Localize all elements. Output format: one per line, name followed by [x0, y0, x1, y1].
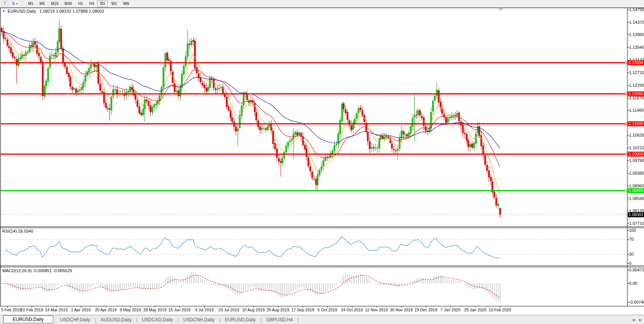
price-tick-label: 1.08540: [629, 196, 644, 201]
date-tick-label: 13 Feb 2020: [489, 307, 511, 312]
hline-price-badge: 1.11009: [628, 121, 644, 126]
price-tick-label: 1.14370: [629, 20, 644, 25]
chart-tab-1[interactable]: USDCHF,Daily: [56, 317, 95, 322]
rsi-indicator-label: RSI(14) 18.0340: [2, 229, 33, 233]
chart-tab-0[interactable]: EURUSD,Daily: [3, 316, 53, 323]
date-tick-label: 5 Feb 2019: [1, 307, 21, 312]
macd-tick-label: -0.00740: [629, 300, 644, 304]
date-tick-label: 4 Jul 2019: [195, 307, 214, 312]
timeframe-button-h1[interactable]: H1: [76, 1, 86, 7]
macd-tick-label: 0.00: [629, 281, 637, 286]
date-tick-label: 19 Dec 2019: [414, 307, 437, 312]
date-tick-label: 20 Apr 2019: [95, 307, 117, 312]
date-tick-label: 24 Oct 2019: [341, 307, 363, 312]
chart-ohlc-values: 1.08219 1.08232 1.07888 1.08003: [39, 9, 104, 13]
tab-list: EURUSD,DailyUSDCHF,Daily|AUDUSD,Daily|US…: [0, 316, 299, 324]
chart-tab-bar: EURUSD,DailyUSDCHF,Daily|AUDUSD,Daily|US…: [0, 315, 644, 324]
chevron-down-icon: ▼: [16, 3, 18, 5]
price-tick-label: 1.07710: [629, 221, 644, 226]
timeframe-button-m15[interactable]: M15: [48, 1, 61, 7]
date-tick-label: 17 Sep 2019: [291, 307, 314, 312]
chart-canvas[interactable]: [0, 0, 644, 324]
timeframe-button-h4[interactable]: H4: [87, 1, 97, 7]
timeframe-button-m1[interactable]: M1: [25, 1, 36, 7]
price-tick-label: 1.08960: [629, 183, 644, 188]
tab-scroll-left-icon[interactable]: ◀: [632, 318, 635, 322]
tab-divider: |: [297, 317, 299, 322]
price-tick-label: 1.12710: [629, 70, 644, 75]
timeframe-button-w1[interactable]: W1: [108, 1, 120, 7]
date-tick-label: 23 Jul 2019: [219, 307, 239, 312]
chart-tab-5[interactable]: EURUSD,Daily: [220, 317, 261, 322]
date-tick-label: 5 Oct 2019: [317, 307, 337, 312]
macd-indicator-label: MACD(12,26,9) -0.006851 -0.005529: [2, 268, 72, 273]
chart-tab-4[interactable]: USDCNH,Daily: [179, 317, 219, 322]
toolbar-separator: [22, 1, 23, 6]
date-tick-label: 12 Nov 2019: [365, 307, 388, 312]
rsi-tick-label: 100: [629, 228, 636, 233]
timeframe-button-m30[interactable]: M30: [62, 1, 74, 7]
current-price-badge: 1.08003: [628, 212, 644, 217]
timeframe-button-mn[interactable]: MN: [120, 1, 132, 7]
price-tick-label: 1.11460: [629, 108, 644, 112]
price-tick-label: 1.09790: [629, 158, 644, 163]
chart-title: ▼ EURUSD,Daily 1.08219 1.08232 1.07888 1…: [2, 9, 104, 13]
date-tick-label: 10 Aug 2019: [242, 307, 265, 312]
price-tick-label: 1.13540: [629, 45, 644, 50]
date-tick-label: 14 Mar 2019: [45, 307, 68, 312]
chart-tools-dropdown[interactable]: ⇅ ▼: [10, 1, 19, 7]
price-tick-label: 1.14790: [629, 7, 644, 12]
date-tick-label: 15 Jun 2019: [168, 307, 191, 312]
chart-tab-3[interactable]: USDCAD,Daily: [137, 317, 177, 322]
text-tool-button[interactable]: T: [2, 1, 8, 7]
price-tick-label: 1.10630: [629, 133, 644, 137]
date-tick-label: 28 May 2019: [143, 307, 167, 312]
price-tick-label: 1.12290: [629, 83, 644, 88]
chart-arrows-icon: ⇅: [12, 2, 15, 6]
price-tick-label: 1.11870: [629, 96, 644, 100]
date-tick-label: 29 Aug 2019: [267, 307, 289, 312]
date-tick-label: 2 Apr 2019: [71, 307, 91, 312]
hline-price-badge: 1.10008: [628, 152, 644, 157]
rsi-tick-label: 0: [629, 261, 631, 266]
chart-symbol-period: EURUSD,Daily: [8, 9, 36, 13]
chart-tab-2[interactable]: AUDUSD,Daily: [96, 317, 136, 322]
tab-scroll-right-icon[interactable]: ▶: [639, 318, 642, 322]
trading-terminal-window: T ⇅ ▼ M1M5M15M30H1H4D1W1MN ▼ EURUSD,Dail…: [0, 0, 644, 324]
hline-price-badge: 1.13034: [628, 60, 644, 65]
chart-tab-6[interactable]: GBPUSD,H4: [261, 317, 297, 322]
macd-tick-label: 0.00473: [629, 268, 644, 272]
date-tick-label: 30 Nov 2019: [390, 307, 413, 312]
date-tick-label: 23 Feb 2019: [21, 307, 43, 312]
top-toolbar: T ⇅ ▼ M1M5M15M30H1H4D1W1MN: [0, 0, 644, 8]
date-tick-label: 9 May 2019: [120, 307, 141, 312]
price-tick-label: 1.13960: [629, 32, 644, 37]
timeframe-button-m5[interactable]: M5: [37, 1, 48, 7]
price-tick-label: 1.09380: [629, 171, 644, 175]
price-tick-label: 1.10210: [629, 145, 644, 150]
timeframe-button-group: M1M5M15M30H1H4D1W1MN: [25, 1, 132, 7]
date-tick-label: 25 Jan 2020: [464, 307, 486, 312]
rsi-tick-label: 70: [629, 237, 634, 241]
rsi-tick-label: 30: [629, 252, 634, 256]
hline-price-badge: 1.08800: [628, 188, 644, 193]
down-triangle-icon[interactable]: ▼: [2, 10, 5, 12]
date-tick-label: 7 Jan 2020: [440, 307, 460, 312]
timeframe-button-d1[interactable]: D1: [97, 1, 108, 7]
hline-price-badge: 1.12005: [628, 91, 644, 96]
